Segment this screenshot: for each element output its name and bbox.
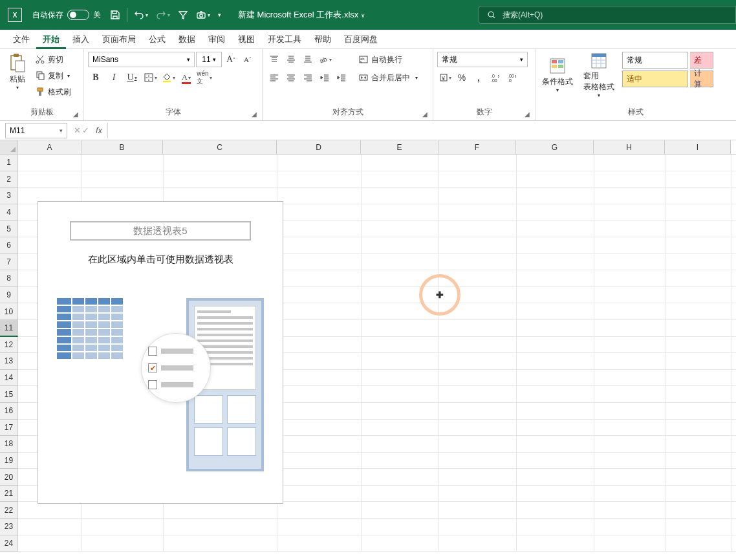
row-header[interactable]: 20 (0, 469, 18, 486)
phonetic-button[interactable]: wén文 (197, 70, 212, 85)
save-button[interactable] (106, 7, 124, 23)
row-header[interactable]: 18 (0, 436, 18, 453)
row-header[interactable]: 22 (0, 502, 18, 519)
name-box[interactable]: M11▾ (5, 123, 67, 138)
decrease-font-button[interactable]: A˅ (240, 52, 255, 67)
column-header[interactable]: C (163, 140, 277, 154)
copy-button[interactable]: 复制▾ (32, 68, 74, 83)
row-header[interactable]: 13 (0, 353, 18, 370)
qat-customize[interactable]: ▾ (214, 9, 225, 21)
tab-devtools[interactable]: 开发工具 (261, 30, 308, 49)
row-header[interactable]: 7 (0, 254, 18, 271)
chevron-down-icon[interactable]: ∨ (361, 12, 365, 19)
row-header[interactable]: 6 (0, 237, 18, 254)
cancel-formula-icon[interactable]: ✕ (74, 125, 81, 135)
tab-layout[interactable]: 页面布局 (96, 30, 142, 49)
row-header[interactable]: 10 (0, 303, 18, 320)
cell-style-bad[interactable]: 差 (690, 52, 713, 69)
font-name-select[interactable]: MiSans▾ (88, 52, 195, 67)
wrap-text-button[interactable]: abc 自动换行 (356, 52, 420, 67)
row-header[interactable]: 3 (0, 188, 18, 204)
column-header[interactable]: A (18, 140, 81, 154)
row-header[interactable]: 8 (0, 270, 18, 287)
tab-formulas[interactable]: 公式 (142, 30, 172, 49)
tab-baidu[interactable]: 百度网盘 (338, 30, 384, 49)
row-header[interactable]: 5 (0, 221, 18, 237)
increase-font-button[interactable]: A˄ (223, 52, 239, 67)
format-painter-button[interactable]: 格式刷 (32, 84, 74, 100)
column-header[interactable]: E (361, 140, 438, 154)
worksheet-grid[interactable]: ABCDEFGHI 123456789101112131415161718192… (0, 140, 736, 552)
tab-data[interactable]: 数据 (172, 30, 202, 49)
row-header[interactable]: 21 (0, 486, 18, 502)
conditional-format-button[interactable]: 条件格式▾ (539, 50, 576, 100)
row-header[interactable]: 4 (0, 204, 18, 221)
align-left-button[interactable] (266, 70, 282, 85)
column-header[interactable]: H (594, 140, 665, 154)
enter-formula-icon[interactable]: ✓ (82, 125, 89, 135)
align-bottom-button[interactable] (300, 52, 316, 67)
bold-button[interactable]: B (88, 70, 103, 85)
dialog-launcher-icon[interactable]: ◢ (422, 111, 428, 118)
redo-button[interactable]: ▾ (152, 7, 174, 23)
accounting-format-button[interactable]: ¥ (437, 70, 453, 85)
row-header[interactable]: 9 (0, 287, 18, 304)
align-middle-button[interactable] (283, 52, 299, 67)
tab-view[interactable]: 视图 (232, 30, 261, 49)
decrease-decimal-button[interactable]: .00.0 (504, 70, 520, 85)
column-header[interactable]: I (665, 140, 731, 154)
increase-indent-button[interactable] (334, 70, 349, 85)
row-header[interactable]: 2 (0, 171, 18, 188)
fx-icon[interactable]: fx (96, 125, 102, 135)
number-format-select[interactable]: 常规▾ (437, 52, 528, 67)
percent-button[interactable]: % (454, 70, 470, 85)
cell-style-normal[interactable]: 常规 (622, 52, 688, 69)
dialog-launcher-icon[interactable]: ◢ (73, 111, 78, 118)
row-header[interactable]: 1 (0, 155, 18, 171)
row-header[interactable]: 17 (0, 420, 18, 436)
borders-button[interactable] (142, 70, 158, 85)
row-header[interactable]: 12 (0, 337, 18, 354)
tab-insert[interactable]: 插入 (66, 30, 96, 49)
underline-button[interactable]: U (124, 70, 140, 85)
autosave-toggle[interactable]: 自动保存 关 (27, 10, 106, 21)
row-header[interactable]: 11 (0, 320, 18, 337)
select-all-button[interactable] (0, 140, 18, 154)
decrease-indent-button[interactable] (317, 70, 332, 85)
column-header[interactable]: F (438, 140, 516, 154)
undo-button[interactable]: ▾ (130, 7, 152, 23)
row-header[interactable]: 14 (0, 370, 18, 387)
row-header[interactable]: 24 (0, 535, 18, 552)
cut-button[interactable]: 剪切 (32, 52, 74, 67)
merge-center-button[interactable]: 合并后居中▾ (356, 70, 420, 85)
paste-button[interactable]: 粘贴 ▾ (4, 50, 31, 100)
filter-qat-button[interactable] (174, 7, 192, 23)
row-header[interactable]: 23 (0, 519, 18, 535)
dialog-launcher-icon[interactable]: ◢ (525, 111, 530, 118)
cell-style-neutral[interactable]: 适中 (622, 70, 688, 87)
align-right-button[interactable] (300, 70, 316, 85)
fill-color-button[interactable] (160, 70, 176, 85)
format-as-table-button[interactable]: 套用 表格格式▾ (581, 50, 617, 100)
font-color-button[interactable]: A (179, 70, 194, 85)
increase-decimal-button[interactable]: .0.00 (488, 70, 503, 85)
formula-input[interactable] (107, 123, 736, 138)
column-header[interactable]: B (81, 140, 163, 154)
font-size-select[interactable]: 11▾ (196, 52, 222, 67)
row-header[interactable]: 19 (0, 453, 18, 469)
dialog-launcher-icon[interactable]: ◢ (252, 111, 257, 118)
pivot-table-placeholder[interactable]: 数据透视表5 在此区域内单击可使用数据透视表 (38, 201, 283, 504)
camera-qat-button[interactable]: ▾ (192, 7, 214, 23)
align-top-button[interactable] (266, 52, 282, 67)
tab-file[interactable]: 文件 (6, 30, 36, 49)
tab-review[interactable]: 审阅 (202, 30, 232, 49)
row-header[interactable]: 16 (0, 403, 18, 420)
orientation-button[interactable]: ab (317, 52, 332, 67)
italic-button[interactable]: I (106, 70, 122, 85)
tab-home[interactable]: 开始 (36, 30, 66, 49)
align-center-button[interactable] (283, 70, 299, 85)
column-header[interactable]: G (516, 140, 594, 154)
row-header[interactable]: 15 (0, 386, 18, 403)
cell-style-calc[interactable]: 计算 (690, 70, 713, 87)
search-input[interactable]: 搜索(Alt+Q) (479, 6, 736, 24)
